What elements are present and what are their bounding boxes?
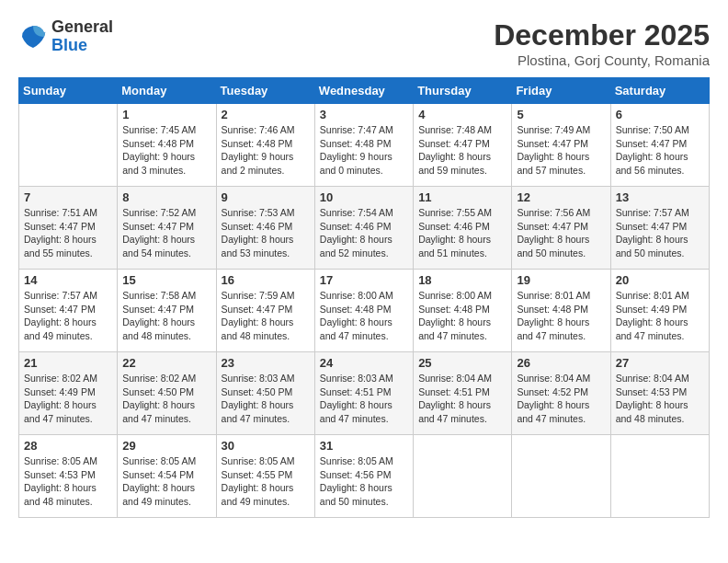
daylight-text: Daylight: 8 hours and 56 minutes. [616, 151, 688, 176]
sunrise-text: Sunrise: 8:04 AM [517, 373, 590, 384]
calendar-day-cell [610, 435, 709, 518]
sunrise-text: Sunrise: 8:03 AM [222, 373, 295, 384]
day-info: Sunrise: 7:57 AM Sunset: 4:47 PM Dayligh… [616, 206, 704, 260]
day-info: Sunrise: 8:05 AM Sunset: 4:55 PM Dayligh… [222, 454, 310, 509]
daylight-text: Daylight: 8 hours and 47 minutes. [320, 399, 392, 424]
daylight-text: Daylight: 8 hours and 48 minutes. [616, 399, 688, 424]
day-number: 11 [418, 190, 506, 204]
day-info: Sunrise: 8:01 AM Sunset: 4:49 PM Dayligh… [616, 289, 704, 343]
calendar-day-cell: 10 Sunrise: 7:54 AM Sunset: 4:46 PM Dayl… [314, 187, 413, 270]
sunrise-text: Sunrise: 8:03 AM [320, 373, 393, 384]
day-number: 25 [418, 356, 506, 370]
day-number: 29 [122, 439, 210, 453]
weekday-header: Wednesday [314, 78, 413, 104]
sunset-text: Sunset: 4:50 PM [122, 386, 194, 397]
day-info: Sunrise: 8:03 AM Sunset: 4:51 PM Dayligh… [320, 372, 408, 426]
calendar-week-row: 7 Sunrise: 7:51 AM Sunset: 4:47 PM Dayli… [19, 187, 710, 270]
daylight-text: Daylight: 8 hours and 47 minutes. [418, 399, 491, 424]
day-info: Sunrise: 8:05 AM Sunset: 4:54 PM Dayligh… [122, 454, 210, 509]
sunrise-text: Sunrise: 7:52 AM [122, 207, 196, 218]
calendar-day-cell: 7 Sunrise: 7:51 AM Sunset: 4:47 PM Dayli… [19, 187, 118, 270]
calendar-week-row: 14 Sunrise: 7:57 AM Sunset: 4:47 PM Dayl… [19, 270, 710, 352]
day-number: 31 [320, 439, 408, 453]
logo-general: General [51, 18, 113, 37]
calendar-day-cell: 23 Sunrise: 8:03 AM Sunset: 4:50 PM Dayl… [216, 352, 314, 435]
sunrise-text: Sunrise: 8:02 AM [122, 373, 196, 384]
sunset-text: Sunset: 4:46 PM [418, 221, 490, 232]
calendar-day-cell: 18 Sunrise: 8:00 AM Sunset: 4:48 PM Dayl… [414, 270, 512, 352]
daylight-text: Daylight: 9 hours and 2 minutes. [222, 151, 294, 176]
sunrise-text: Sunrise: 7:51 AM [24, 207, 97, 218]
day-info: Sunrise: 8:04 AM Sunset: 4:53 PM Dayligh… [616, 372, 704, 426]
location-subtitle: Plostina, Gorj County, Romania [494, 52, 710, 68]
sunset-text: Sunset: 4:48 PM [517, 304, 588, 315]
daylight-text: Daylight: 8 hours and 50 minutes. [517, 234, 589, 259]
daylight-text: Daylight: 8 hours and 47 minutes. [122, 399, 195, 424]
calendar-day-cell [512, 435, 610, 518]
calendar-day-cell: 17 Sunrise: 8:00 AM Sunset: 4:48 PM Dayl… [314, 270, 413, 352]
day-info: Sunrise: 8:04 AM Sunset: 4:52 PM Dayligh… [517, 372, 605, 426]
day-number: 1 [122, 108, 210, 121]
daylight-text: Daylight: 8 hours and 53 minutes. [222, 234, 294, 259]
page-header: General Blue December 2025 Plostina, Gor… [18, 18, 710, 68]
sunrise-text: Sunrise: 7:58 AM [122, 290, 196, 301]
calendar-day-cell: 9 Sunrise: 7:53 AM Sunset: 4:46 PM Dayli… [216, 187, 314, 270]
day-number: 8 [122, 190, 210, 204]
day-number: 14 [24, 273, 112, 287]
sunrise-text: Sunrise: 7:57 AM [24, 290, 97, 301]
sunset-text: Sunset: 4:51 PM [418, 386, 490, 397]
sunrise-text: Sunrise: 7:57 AM [616, 207, 689, 218]
daylight-text: Daylight: 8 hours and 59 minutes. [418, 151, 491, 176]
day-info: Sunrise: 7:52 AM Sunset: 4:47 PM Dayligh… [122, 206, 210, 260]
calendar-day-cell: 6 Sunrise: 7:50 AM Sunset: 4:47 PM Dayli… [610, 104, 709, 187]
day-number: 19 [517, 273, 605, 287]
sunset-text: Sunset: 4:47 PM [517, 138, 588, 149]
weekday-header: Saturday [610, 78, 709, 104]
sunrise-text: Sunrise: 7:48 AM [418, 124, 492, 135]
sunset-text: Sunset: 4:46 PM [222, 221, 293, 232]
day-number: 26 [517, 356, 605, 370]
weekday-header: Friday [512, 78, 610, 104]
calendar-day-cell: 14 Sunrise: 7:57 AM Sunset: 4:47 PM Dayl… [19, 270, 118, 352]
sunrise-text: Sunrise: 8:04 AM [418, 373, 492, 384]
sunset-text: Sunset: 4:49 PM [616, 304, 688, 315]
sunrise-text: Sunrise: 7:53 AM [222, 207, 295, 218]
daylight-text: Daylight: 9 hours and 3 minutes. [122, 151, 195, 176]
daylight-text: Daylight: 8 hours and 47 minutes. [517, 316, 589, 341]
day-info: Sunrise: 7:49 AM Sunset: 4:47 PM Dayligh… [517, 123, 605, 178]
sunrise-text: Sunrise: 8:05 AM [320, 455, 393, 466]
logo-icon [18, 22, 48, 52]
month-year-title: December 2025 [494, 18, 710, 52]
calendar-day-cell: 4 Sunrise: 7:48 AM Sunset: 4:47 PM Dayli… [414, 104, 512, 187]
sunrise-text: Sunrise: 7:46 AM [222, 124, 295, 135]
day-number: 16 [222, 273, 310, 287]
sunset-text: Sunset: 4:47 PM [122, 304, 194, 315]
sunset-text: Sunset: 4:49 PM [24, 386, 96, 397]
sunset-text: Sunset: 4:56 PM [320, 469, 392, 480]
day-info: Sunrise: 7:54 AM Sunset: 4:46 PM Dayligh… [320, 206, 408, 260]
calendar-day-cell: 26 Sunrise: 8:04 AM Sunset: 4:52 PM Dayl… [512, 352, 610, 435]
sunset-text: Sunset: 4:52 PM [517, 386, 588, 397]
day-number: 23 [222, 356, 310, 370]
day-number: 30 [222, 439, 310, 453]
daylight-text: Daylight: 8 hours and 47 minutes. [222, 399, 294, 424]
daylight-text: Daylight: 8 hours and 47 minutes. [517, 399, 589, 424]
daylight-text: Daylight: 8 hours and 55 minutes. [24, 234, 97, 259]
sunrise-text: Sunrise: 8:05 AM [24, 455, 97, 466]
sunset-text: Sunset: 4:48 PM [222, 138, 293, 149]
calendar-day-cell: 25 Sunrise: 8:04 AM Sunset: 4:51 PM Dayl… [414, 352, 512, 435]
sunrise-text: Sunrise: 7:49 AM [517, 124, 590, 135]
sunrise-text: Sunrise: 7:50 AM [616, 124, 689, 135]
daylight-text: Daylight: 8 hours and 48 minutes. [122, 316, 195, 341]
sunset-text: Sunset: 4:53 PM [24, 469, 96, 480]
day-info: Sunrise: 8:04 AM Sunset: 4:51 PM Dayligh… [418, 372, 506, 426]
calendar-day-cell: 21 Sunrise: 8:02 AM Sunset: 4:49 PM Dayl… [19, 352, 118, 435]
daylight-text: Daylight: 8 hours and 54 minutes. [122, 234, 195, 259]
calendar-day-cell: 12 Sunrise: 7:56 AM Sunset: 4:47 PM Dayl… [512, 187, 610, 270]
sunset-text: Sunset: 4:47 PM [418, 138, 490, 149]
sunset-text: Sunset: 4:48 PM [320, 304, 392, 315]
day-info: Sunrise: 7:51 AM Sunset: 4:47 PM Dayligh… [24, 206, 112, 260]
calendar-day-cell: 2 Sunrise: 7:46 AM Sunset: 4:48 PM Dayli… [216, 104, 314, 187]
sunrise-text: Sunrise: 8:04 AM [616, 373, 689, 384]
day-number: 12 [517, 190, 605, 204]
